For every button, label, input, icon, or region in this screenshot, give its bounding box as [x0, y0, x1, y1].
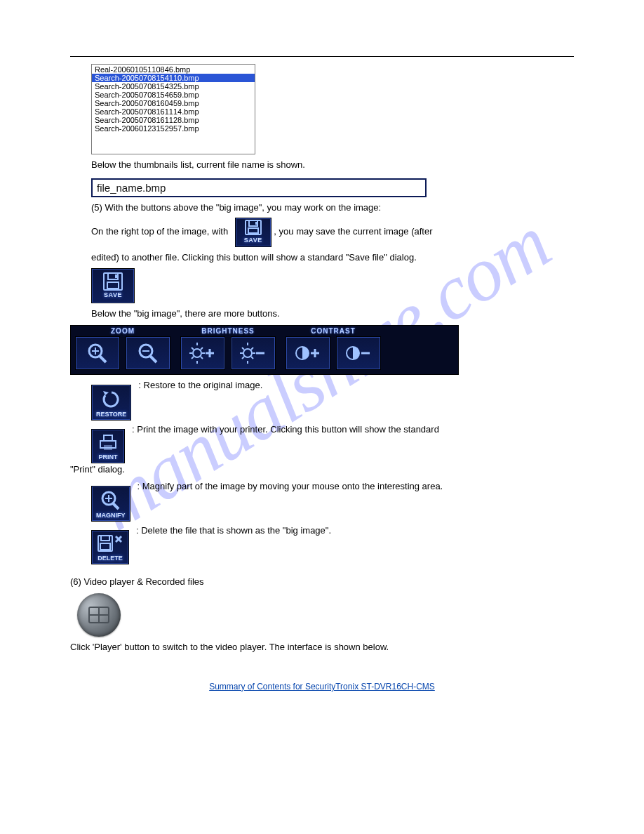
divider-top: [70, 56, 574, 57]
svg-rect-2: [255, 222, 257, 225]
caption-below-list: Below the thumbnails list, current file …: [91, 159, 574, 171]
save-label: SAVE: [104, 291, 122, 298]
list-item[interactable]: Search-20060123152957.bmp: [92, 124, 255, 133]
svg-line-13: [150, 356, 156, 362]
restore-icon: [100, 388, 123, 409]
contrast-group-label: CONTRAST: [311, 327, 356, 335]
list-item[interactable]: Search-20050708161128.bmp: [92, 116, 255, 124]
print-dialog-text: "Print" dialog.: [70, 463, 574, 476]
svg-line-20: [192, 348, 194, 350]
print-description: : Print the image with your printer. Cli…: [132, 423, 574, 436]
svg-line-23: [201, 348, 203, 350]
svg-rect-50: [100, 543, 110, 550]
svg-line-9: [100, 356, 106, 362]
svg-line-22: [192, 357, 194, 359]
svg-rect-7: [107, 282, 119, 289]
svg-point-15: [193, 349, 201, 357]
magnify-button[interactable]: MAGNIFY: [91, 486, 130, 522]
svg-line-32: [251, 357, 253, 359]
list-item[interactable]: Search-20050708154325.bmp: [92, 82, 255, 91]
magnify-icon: [99, 489, 123, 510]
save-text-b: , you may save the current image (after: [274, 227, 432, 237]
delete-description: : Delete the file that is shown as the "…: [136, 524, 574, 537]
delete-label: DELETE: [98, 555, 123, 562]
svg-line-34: [251, 348, 253, 350]
zoom-in-button[interactable]: [75, 336, 120, 370]
player-description: Click 'Player' button to switch to the v…: [70, 641, 574, 654]
contrast-plus-icon: [293, 341, 323, 365]
zoom-out-icon: [135, 341, 161, 365]
save-label: SAVE: [244, 236, 262, 245]
contrast-up-button[interactable]: [286, 336, 330, 370]
brightness-up-button[interactable]: [180, 336, 225, 370]
svg-rect-6: [115, 274, 117, 278]
contrast-minus-icon: [343, 341, 374, 365]
list-item[interactable]: Search-20050708154110.bmp: [92, 74, 255, 82]
player-button[interactable]: [77, 593, 121, 637]
svg-line-31: [242, 348, 244, 350]
zoom-in-icon: [85, 341, 110, 365]
save-button-large[interactable]: SAVE: [91, 268, 135, 303]
print-label: PRINT: [99, 454, 118, 461]
save-icon: [244, 220, 262, 235]
list-item[interactable]: Real-20060105110846.bmp: [92, 65, 255, 74]
save-description-row: On the right top of the image, with SAVE…: [91, 218, 574, 247]
brightness-group-label: BRIGHTNESS: [201, 327, 255, 335]
save-button[interactable]: SAVE: [235, 218, 271, 247]
save-text-c: edited) to another file. Clicking this b…: [91, 251, 574, 264]
contrast-down-button[interactable]: [336, 336, 381, 370]
svg-rect-42: [104, 435, 112, 441]
brightness-minus-icon: [238, 341, 269, 365]
svg-line-45: [113, 503, 119, 509]
section-5-intro: (5) With the buttons above the "big imag…: [91, 201, 574, 214]
footer-link-wrap: Summary of Contents for SecurityTronix S…: [0, 682, 644, 691]
delete-button[interactable]: DELETE: [91, 530, 129, 564]
contrast-group: CONTRAST: [286, 327, 381, 370]
save-icon: [102, 272, 123, 291]
brightness-group: BRIGHTNESS: [180, 327, 276, 370]
brightness-down-button[interactable]: [231, 336, 276, 370]
filename-field[interactable]: file_name.bmp: [91, 178, 427, 197]
brightness-plus-icon: [187, 341, 218, 365]
list-item[interactable]: Search-20050708160459.bmp: [92, 99, 255, 107]
zoom-out-button[interactable]: [126, 336, 170, 370]
print-button[interactable]: PRINT: [91, 429, 125, 463]
svg-point-26: [243, 349, 252, 357]
image-toolbar: ZOOM: [70, 325, 459, 375]
player-icon: [87, 604, 111, 626]
below-big-image-text: Below the "big image", there are more bu…: [91, 307, 574, 320]
restore-button[interactable]: RESTORE: [91, 385, 131, 421]
svg-line-33: [242, 357, 244, 359]
svg-rect-43: [104, 445, 112, 450]
print-icon: [96, 432, 120, 452]
magnify-label: MAGNIFY: [96, 512, 126, 519]
section-6-heading: (6) Video player & Recorded files: [70, 576, 574, 588]
file-list[interactable]: Real-20060105110846.bmp Search-200507081…: [91, 64, 255, 154]
zoom-group: ZOOM: [75, 327, 170, 370]
zoom-group-label: ZOOM: [111, 327, 135, 335]
restore-description: : Restore to the original image.: [138, 379, 574, 392]
summary-link[interactable]: Summary of Contents for SecurityTronix S…: [209, 682, 435, 691]
svg-line-21: [201, 357, 203, 359]
save-text-a: On the right top of the image, with: [91, 227, 228, 237]
restore-label: RESTORE: [96, 411, 126, 418]
svg-rect-3: [248, 228, 258, 233]
magnify-description: : Magnify part of the image by moving yo…: [137, 480, 575, 493]
svg-rect-49: [101, 536, 109, 541]
list-item[interactable]: Search-20050708154659.bmp: [92, 91, 255, 99]
delete-icon: [96, 534, 124, 553]
list-item[interactable]: Search-20050708161114.bmp: [92, 107, 255, 116]
